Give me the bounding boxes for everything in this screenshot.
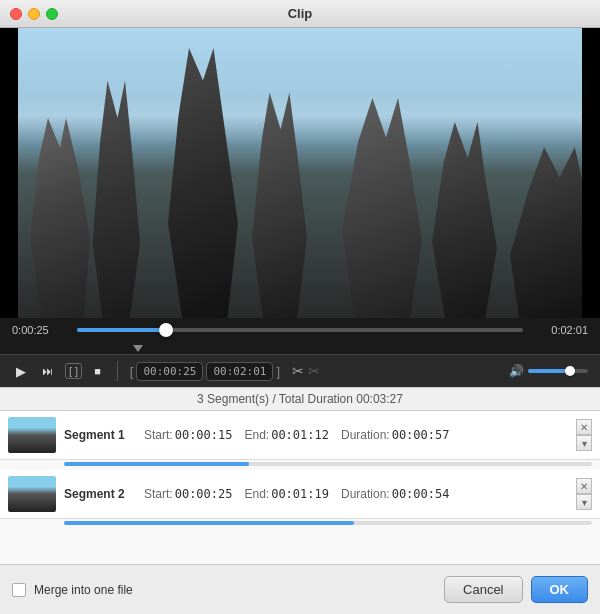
seg1-dur-label: Duration: — [341, 428, 390, 442]
ok-button[interactable]: OK — [531, 576, 589, 603]
seg2-end-label: End: — [244, 487, 269, 501]
segment-down-2[interactable]: ▾ — [576, 494, 592, 510]
segment-info-1: Segment 1 Start: 00:00:15 End: 00:01:12 … — [64, 428, 568, 442]
segment-name-1: Segment 1 — [64, 428, 144, 442]
segment-actions-2: ✕ ▾ — [576, 478, 592, 510]
end-time-value: 00:02:01 — [213, 365, 266, 378]
video-right-bar — [582, 28, 600, 318]
seg2-end-value: 00:01:19 — [271, 487, 329, 501]
segment-delete-2[interactable]: ✕ — [576, 478, 592, 494]
start-time-value: 00:00:25 — [143, 365, 196, 378]
segment-info-2: Segment 2 Start: 00:00:25 End: 00:01:19 … — [64, 487, 568, 501]
segment-progress-row-1 — [0, 460, 600, 470]
seek-fill — [77, 328, 166, 332]
separator-1 — [117, 361, 118, 381]
segment-progress-track-1 — [64, 462, 592, 466]
segment-row-2: Segment 2 Start: 00:00:25 End: 00:01:19 … — [0, 470, 600, 519]
start-time-input[interactable]: 00:00:25 — [136, 362, 203, 381]
merge-label: Merge into one file — [34, 583, 133, 597]
seg2-dur-value: 00:00:54 — [392, 487, 450, 501]
segment-progress-track-2 — [64, 521, 592, 525]
seg2-start-label: Start: — [144, 487, 173, 501]
seek-track[interactable] — [77, 328, 523, 332]
bracket-close: ] — [276, 364, 280, 379]
seg1-dur-value: 00:00:57 — [392, 428, 450, 442]
seek-thumb[interactable] — [159, 323, 173, 337]
next-frame-button[interactable]: ⏭ — [38, 363, 57, 379]
time-range-group: [ 00:00:25 00:02:01 ] — [130, 362, 280, 381]
seg1-end-label: End: — [244, 428, 269, 442]
bracket-open: [ — [130, 364, 134, 379]
segment-thumb-2 — [8, 476, 56, 512]
maximize-button[interactable] — [46, 8, 58, 20]
segments-list: Segment 1 Start: 00:00:15 End: 00:01:12 … — [0, 411, 600, 564]
cancel-button[interactable]: Cancel — [444, 576, 522, 603]
segment-thumb-1 — [8, 417, 56, 453]
segment-down-1[interactable]: ▾ — [576, 435, 592, 451]
title-bar: Clip — [0, 0, 600, 28]
stop-button[interactable]: ■ — [90, 363, 105, 379]
volume-icon: 🔊 — [509, 364, 524, 378]
volume-track[interactable] — [528, 369, 588, 373]
segment-item-2: Segment 2 Start: 00:00:25 End: 00:01:19 … — [0, 470, 600, 529]
close-button[interactable] — [10, 8, 22, 20]
segment-delete-1[interactable]: ✕ — [576, 419, 592, 435]
end-time-input[interactable]: 00:02:01 — [206, 362, 273, 381]
segment-row-1: Segment 1 Start: 00:00:15 End: 00:01:12 … — [0, 411, 600, 460]
seek-bar-area: 0:00:25 0:02:01 — [0, 318, 600, 342]
segment-name-2: Segment 2 — [64, 487, 144, 501]
cut-icon-1[interactable]: ✂ — [292, 363, 304, 379]
segments-info: 3 Segment(s) / Total Duration 00:03:27 — [197, 392, 403, 406]
rock-1 — [30, 118, 90, 318]
seg2-start-value: 00:00:25 — [175, 487, 233, 501]
clip-button[interactable]: [ ] — [65, 363, 82, 379]
video-player[interactable] — [0, 28, 600, 318]
window-title: Clip — [288, 6, 313, 21]
play-button[interactable]: ▶ — [12, 362, 30, 381]
seg2-dur-label: Duration: — [341, 487, 390, 501]
end-time-label: 0:02:01 — [533, 324, 588, 336]
volume-thumb[interactable] — [565, 366, 575, 376]
cut-icon-2[interactable]: ✂ — [308, 363, 320, 379]
controls-bar: ▶ ⏭ [ ] ■ [ 00:00:25 00:02:01 ] ✂ ✂ 🔊 — [0, 354, 600, 387]
seg1-start-value: 00:00:15 — [175, 428, 233, 442]
video-background — [0, 28, 600, 318]
marker-start — [133, 345, 143, 352]
segment-item-1: Segment 1 Start: 00:00:15 End: 00:01:12 … — [0, 411, 600, 470]
seek-markers-row — [0, 342, 600, 354]
merge-checkbox[interactable] — [12, 583, 26, 597]
bottom-bar: Merge into one file Cancel OK — [0, 564, 600, 614]
seg1-start-label: Start: — [144, 428, 173, 442]
traffic-lights — [10, 8, 58, 20]
segment-progress-row-2 — [0, 519, 600, 529]
segment-progress-fill-2 — [64, 521, 354, 525]
cloud-overlay — [0, 28, 600, 144]
rock-6 — [432, 118, 497, 318]
video-display — [0, 28, 600, 318]
volume-group: 🔊 — [509, 364, 588, 378]
current-time-label: 0:00:25 — [12, 324, 67, 336]
minimize-button[interactable] — [28, 8, 40, 20]
volume-fill — [528, 369, 570, 373]
cut-icons-group: ✂ ✂ — [292, 363, 320, 379]
segment-actions-1: ✕ ▾ — [576, 419, 592, 451]
segment-progress-fill-1 — [64, 462, 249, 466]
video-left-bar — [0, 28, 18, 318]
seg1-end-value: 00:01:12 — [271, 428, 329, 442]
info-bar: 3 Segment(s) / Total Duration 00:03:27 — [0, 387, 600, 411]
